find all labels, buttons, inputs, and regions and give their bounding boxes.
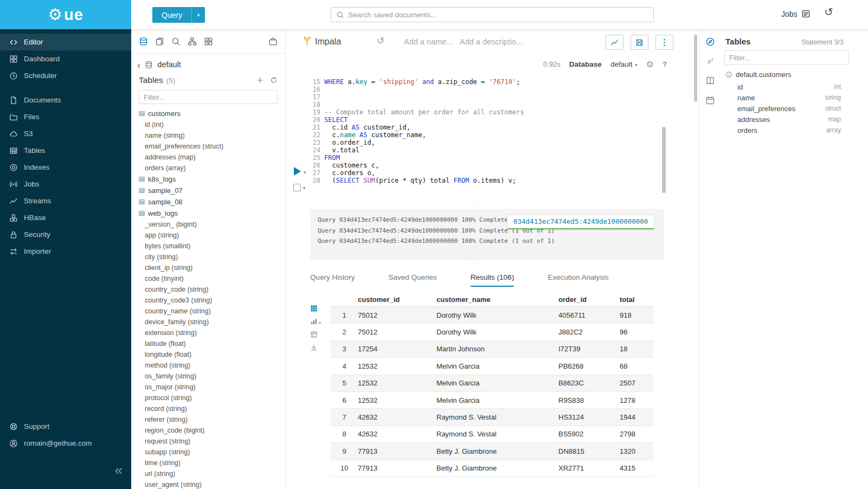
query-id-tooltip[interactable]: 034d413ec7474ed5:4249de1000000000	[507, 215, 654, 229]
column-row[interactable]: os_major (string)	[131, 382, 285, 393]
explain-button[interactable]	[293, 184, 301, 191]
more-button[interactable]: ⋮	[655, 35, 673, 50]
table-row[interactable]: 175012Dorothy Wilk4056711918	[331, 307, 653, 324]
column-header[interactable]: customer_id	[358, 295, 436, 304]
table-row[interactable]: 612532Melvin GarciaR9S8381278	[331, 392, 653, 409]
right-filter-input[interactable]	[724, 50, 849, 65]
column-row[interactable]: addressesmap	[721, 114, 868, 125]
table-row[interactable]: 842632Raymond S. VestalBS59022798	[331, 426, 653, 443]
run-options-caret-icon[interactable]: ▾	[304, 170, 306, 175]
lang-ref-button[interactable]	[704, 75, 717, 87]
refresh-button[interactable]	[270, 76, 278, 84]
editor-scrollbar[interactable]	[662, 127, 666, 193]
column-row[interactable]: subapp (string)	[131, 447, 285, 458]
column-row[interactable]: method (string)	[131, 360, 285, 371]
column-row[interactable]: user_agent (string)	[131, 479, 285, 489]
sidebar-item-streams[interactable]: Streams	[0, 192, 131, 209]
column-row[interactable]: protocol (string)	[131, 393, 285, 403]
sidebar-item-support[interactable]: Support	[0, 418, 131, 435]
column-row[interactable]: client_ip (string)	[131, 262, 285, 273]
query-name-field[interactable]: Add a name...	[404, 37, 453, 46]
resize-grip-bottom[interactable]: ∙∙∙	[286, 261, 664, 265]
column-row[interactable]: longitude (float)	[131, 349, 285, 360]
table-row[interactable]: 275012Dorothy WilkJ882C296	[331, 324, 653, 340]
tab-execution-analysis[interactable]: Execution Analysis	[548, 273, 609, 287]
column-row[interactable]: email_preferences (struct)	[131, 141, 285, 152]
query-button[interactable]: Query	[152, 7, 191, 23]
jobs-link[interactable]: Jobs	[781, 9, 811, 18]
assistant-button[interactable]	[704, 36, 717, 48]
column-row[interactable]: referer (string)	[131, 414, 285, 425]
sidebar-item-security[interactable]: Security	[0, 226, 131, 243]
column-row[interactable]: os_family (string)	[131, 371, 285, 382]
fixed-columns-button[interactable]	[310, 331, 321, 338]
column-row[interactable]: _version_ (bigint)	[131, 219, 285, 230]
column-row[interactable]: addresses (map)	[131, 152, 285, 163]
main-scrollbar[interactable]	[694, 35, 697, 102]
tab-saved-queries[interactable]: Saved Queries	[389, 273, 437, 287]
column-row[interactable]: namestring	[721, 92, 868, 103]
column-header[interactable]: total	[620, 295, 653, 304]
sidebar-item-scheduler[interactable]: Scheduler	[0, 67, 131, 84]
tab-query-history[interactable]: Query History	[310, 273, 355, 287]
column-row[interactable]: country_code (string)	[131, 284, 285, 295]
table-row[interactable]: k8s_logs	[131, 173, 285, 185]
column-header[interactable]: customer_name	[436, 295, 558, 304]
column-row[interactable]: id (int)	[131, 119, 285, 130]
column-row[interactable]: device_family (string)	[131, 317, 285, 327]
column-row[interactable]: time (string)	[131, 458, 285, 468]
collapse-sidebar-button[interactable]: «	[115, 463, 123, 477]
table-row[interactable]: 742632Raymond S. VestalHS31241944	[331, 409, 653, 426]
help-icon[interactable]: ?	[663, 60, 667, 68]
column-row[interactable]: bytes (smallint)	[131, 241, 285, 252]
resize-grip-top[interactable]: ∙∙∙	[286, 204, 664, 208]
column-row[interactable]: region_code (bigint)	[131, 425, 285, 436]
table-row[interactable]: sample_07	[131, 185, 285, 196]
storage-button[interactable]	[268, 37, 278, 46]
snippet-history-icon[interactable]: ↺	[377, 35, 384, 47]
settings-gear-icon[interactable]: ⚙	[646, 59, 653, 69]
database-dropdown[interactable]: default ▾	[610, 59, 638, 69]
functions-button[interactable]: x²	[704, 55, 717, 67]
sidebar-item-importer[interactable]: Importer	[0, 243, 131, 260]
query-description-field[interactable]: Add a descriptio...	[460, 37, 523, 46]
sidebar-item-indexes[interactable]: Indexes	[0, 159, 131, 176]
sidebar-item-files[interactable]: Files	[0, 108, 131, 125]
column-row[interactable]: record (string)	[131, 403, 285, 414]
column-row[interactable]: code (tinyint)	[131, 273, 285, 284]
column-row[interactable]: email_preferencesstruct	[721, 103, 868, 114]
column-row[interactable]: request (string)	[131, 436, 285, 447]
query-history-icon[interactable]: ↺	[824, 7, 833, 17]
column-row[interactable]: app (string)	[131, 230, 285, 241]
assist-filter-input[interactable]	[139, 90, 278, 104]
sidebar-item-documents[interactable]: Documents	[0, 92, 131, 108]
apps-button[interactable]	[204, 37, 213, 46]
db-sources-button[interactable]	[139, 37, 148, 46]
back-chevron-icon[interactable]: ‹	[137, 60, 140, 70]
sidebar-item-user[interactable]: romain@gethue.com	[0, 435, 131, 452]
add-table-button[interactable]	[256, 76, 264, 84]
sidebar-item-tables[interactable]: Tables	[0, 142, 131, 159]
table-row[interactable]: 1077913Betty J. GiambroneXR27714315	[331, 460, 653, 477]
column-row[interactable]: url (string)	[131, 468, 285, 479]
sidebar-item-hbase[interactable]: HBase	[0, 209, 131, 226]
column-row[interactable]: latitude (float)	[131, 338, 285, 349]
query-dropdown-button[interactable]: ▾	[191, 7, 205, 23]
tab-results[interactable]: Results (106)	[471, 273, 514, 287]
table-row[interactable]: 512532Melvin GarciaB8623C2507	[331, 375, 653, 392]
search-button[interactable]	[171, 37, 181, 46]
column-row[interactable]: idint	[721, 81, 868, 92]
column-row[interactable]: ordersarray	[721, 125, 868, 136]
sidebar-item-jobs[interactable]: Jobs	[0, 176, 131, 192]
explain-caret-icon[interactable]: ▾	[303, 185, 306, 191]
documents-button[interactable]	[155, 37, 164, 46]
column-row[interactable]: orders (array)	[131, 163, 285, 173]
chart-view-button[interactable]: ▾	[310, 318, 321, 325]
table-row[interactable]: web_logs	[131, 208, 285, 219]
sidebar-item-dashboard[interactable]: Dashboard	[0, 50, 131, 67]
schedule-button[interactable]	[704, 94, 717, 106]
table-row[interactable]: customers	[131, 108, 285, 119]
table-row[interactable]: 412532Melvin GarciaPB626868	[331, 358, 653, 375]
column-row[interactable]: name (string)	[131, 130, 285, 141]
code-editor[interactable]: 1516171819202122232425262728 WHERE a.key…	[286, 74, 699, 196]
